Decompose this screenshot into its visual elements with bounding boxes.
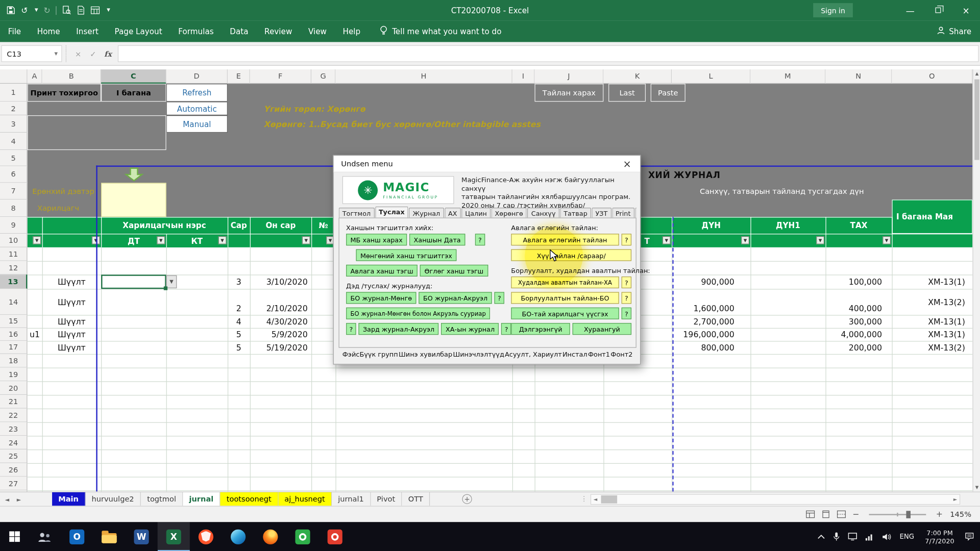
cell-B15[interactable]: Шүүлт bbox=[42, 315, 101, 328]
dialog-button[interactable]: Дэлгэрэнгүй bbox=[511, 323, 570, 335]
view-report-button[interactable]: Тайлан харах bbox=[535, 84, 604, 102]
dialog-footer-link[interactable]: Фонт1 bbox=[588, 350, 610, 358]
notification-center-icon[interactable] bbox=[965, 533, 974, 541]
dialog-button[interactable]: Ханшын Дата bbox=[409, 234, 465, 245]
dialog-footer-link[interactable]: Фонт2 bbox=[610, 350, 632, 358]
tab-bar-grip-icon[interactable]: ⋮ bbox=[580, 495, 587, 503]
dialog-tab-Туслах[interactable]: Туслах bbox=[375, 207, 408, 218]
dialog-footer-link[interactable]: ФэйсБүүк групп bbox=[342, 350, 398, 358]
normal-view-icon[interactable] bbox=[806, 510, 815, 518]
taskbar-red-app-icon[interactable] bbox=[319, 522, 351, 551]
dialog-button[interactable]: ? bbox=[346, 323, 356, 335]
next-sheet-icon[interactable]: ► bbox=[17, 496, 21, 503]
filter-dropdown-icon-A10[interactable]: ▼ bbox=[33, 236, 41, 244]
dialog-button[interactable]: БО журнал-Мөнгөн болон Акруэль сууриар bbox=[346, 308, 490, 319]
fill-handle[interactable] bbox=[164, 286, 167, 290]
dialog-button[interactable]: Авлага ханш тэгш bbox=[346, 265, 418, 277]
dialog-button[interactable]: ХА-ын журнал bbox=[442, 323, 499, 335]
sheet-tab-Main[interactable]: Main bbox=[52, 492, 85, 506]
column-header-F[interactable]: F bbox=[250, 69, 311, 84]
filter-dropdown-icon-F10[interactable]: ▼ bbox=[302, 236, 310, 244]
taskbar-outlook-icon[interactable]: O bbox=[61, 522, 93, 551]
row-header-20[interactable]: 20 bbox=[0, 381, 27, 395]
insert-function-icon[interactable]: fx bbox=[101, 45, 115, 62]
row-header-11[interactable]: 11 bbox=[0, 247, 27, 261]
dialog-button[interactable]: ? bbox=[622, 234, 631, 245]
scroll-left-icon[interactable]: ◄ bbox=[591, 496, 600, 502]
cell-O17[interactable]: ХМ-13(2) bbox=[892, 341, 972, 354]
dialog-button[interactable]: Хураангуй bbox=[573, 323, 631, 335]
dialog-button[interactable]: ? bbox=[501, 323, 511, 335]
taskbar-excel-icon[interactable]: X bbox=[158, 522, 190, 551]
row-header-1[interactable]: 1 bbox=[0, 84, 27, 102]
share-button[interactable]: Share bbox=[937, 26, 971, 37]
dialog-tab-Print[interactable]: Print bbox=[612, 208, 634, 218]
cell-O13[interactable]: ХМ-13(1) bbox=[892, 274, 972, 289]
dialog-tab-АХ[interactable]: АХ bbox=[445, 208, 461, 218]
dialog-footer-link[interactable]: Асуулт, Хариулт bbox=[505, 350, 562, 358]
sheet-tab-hurvuulge2[interactable]: hurvuulge2 bbox=[85, 492, 141, 506]
scroll-up-icon[interactable]: ▲ bbox=[973, 69, 980, 78]
row-header-15[interactable]: 15 bbox=[0, 315, 27, 328]
cell-N16[interactable]: 4,000,000 bbox=[825, 328, 892, 341]
column-header-M[interactable]: M bbox=[750, 69, 825, 84]
header-tax[interactable]: ТАХ bbox=[825, 217, 892, 234]
volume-icon[interactable] bbox=[882, 533, 891, 540]
dialog-button[interactable]: БО журнал-Мөнгө bbox=[346, 292, 416, 304]
row-header-24[interactable]: 24 bbox=[0, 436, 27, 449]
cell-N17[interactable]: 200,000 bbox=[825, 341, 892, 354]
microphone-icon[interactable] bbox=[833, 532, 840, 541]
dialog-tab-Журнал[interactable]: Журнал bbox=[409, 208, 444, 218]
dialog-footer-link[interactable]: Инстал bbox=[562, 350, 587, 358]
cancel-icon[interactable]: × bbox=[71, 45, 86, 62]
dialog-button[interactable]: ? bbox=[495, 292, 504, 304]
column-header-C[interactable]: C bbox=[101, 69, 166, 84]
column-header-H[interactable]: H bbox=[335, 69, 512, 84]
start-button[interactable] bbox=[0, 522, 29, 551]
row-header-27[interactable]: 27 bbox=[0, 477, 27, 490]
dialog-tab-Санхүү[interactable]: Санхүү bbox=[527, 208, 559, 218]
dialog-tab-Хөрөнгө[interactable]: Хөрөнгө bbox=[491, 208, 527, 218]
cell-validation-dropdown-icon[interactable]: ▼ bbox=[166, 276, 177, 289]
scroll-down-icon[interactable]: ▼ bbox=[973, 483, 980, 492]
cell-O15[interactable]: ХМ-13(1) bbox=[892, 315, 972, 328]
row-header-6[interactable]: 6 bbox=[0, 166, 27, 183]
dialog-tab-Татвар[interactable]: Татвар bbox=[560, 208, 591, 218]
taskbar-people-icon[interactable] bbox=[29, 522, 61, 551]
redo-icon[interactable]: ↻ bbox=[43, 6, 50, 14]
zoom-out-icon[interactable]: − bbox=[852, 510, 859, 519]
row-header-7[interactable]: 7 bbox=[0, 183, 27, 199]
page-break-view-icon[interactable] bbox=[837, 510, 846, 518]
ribbon-tab-view[interactable]: View bbox=[300, 20, 335, 42]
header-amount1[interactable]: ДҮН1 bbox=[750, 217, 825, 234]
paste-button[interactable]: Paste bbox=[651, 84, 685, 102]
column-header-O[interactable]: O bbox=[892, 69, 972, 84]
cell-F13[interactable]: 3/10/2020 bbox=[250, 274, 311, 289]
undo-icon[interactable]: ↺ bbox=[21, 6, 28, 14]
manual-button[interactable]: Manual bbox=[166, 115, 228, 133]
sheet-tab-aj_husnegt[interactable]: aj_husnegt bbox=[278, 492, 332, 506]
row-header-25[interactable]: 25 bbox=[0, 449, 27, 463]
column-header-E[interactable]: E bbox=[228, 69, 250, 84]
print-preview-icon[interactable] bbox=[62, 6, 71, 15]
clock[interactable]: 7:00 PM 7/7/2020 bbox=[922, 529, 957, 545]
dialog-button[interactable]: Борлуулалтын тайлан-БО bbox=[511, 292, 619, 304]
select-all-corner[interactable] bbox=[0, 69, 27, 84]
cell-E16[interactable]: 5 bbox=[228, 328, 250, 341]
ribbon-tab-formulas[interactable]: Formulas bbox=[170, 20, 222, 42]
filter-dropdown-icon-D10[interactable]: ▼ bbox=[218, 236, 227, 244]
dialog-button[interactable]: БО-тай харилцагч үүсгэх bbox=[511, 308, 619, 319]
row-header-8[interactable]: 8 bbox=[0, 199, 27, 217]
horizontal-scrollbar[interactable]: ◄ ► bbox=[591, 494, 960, 505]
sheet-tab-togtmol[interactable]: togtmol bbox=[141, 492, 183, 506]
row-header-16[interactable]: 16 bbox=[0, 328, 27, 341]
cell-B13[interactable]: Шүүлт bbox=[42, 274, 101, 289]
header-date[interactable]: Он сар bbox=[250, 217, 311, 234]
close-button[interactable]: × bbox=[952, 0, 980, 20]
customize-toolbar-icon[interactable]: ▼ bbox=[107, 8, 110, 13]
taskbar-explorer-icon[interactable] bbox=[93, 522, 125, 551]
cell-F14[interactable]: 2/10/2020 bbox=[250, 289, 311, 315]
cell-A16[interactable]: u1 bbox=[27, 328, 42, 341]
cell-N13[interactable]: 100,000 bbox=[825, 274, 892, 289]
vertical-scroll-thumb[interactable] bbox=[974, 80, 979, 160]
